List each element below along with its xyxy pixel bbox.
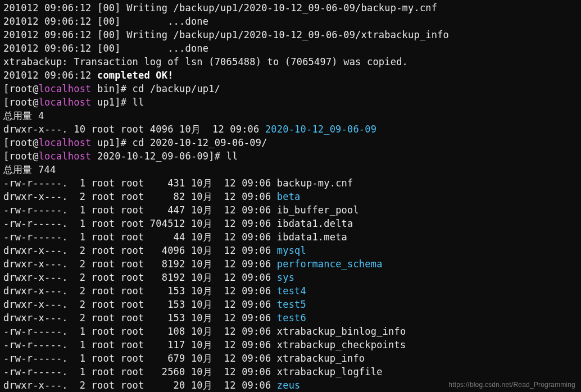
prompt-host: localhost (39, 137, 92, 148)
ls-dir-name: mysql (277, 245, 306, 256)
ls-row-meta: -rw-r-----. 1 root root 44 10月 12 09:06 (3, 231, 277, 243)
prompt-hash: ]# (208, 151, 226, 162)
prompt-at: @ (33, 97, 38, 108)
prompt-cwd: 2020-10-12_09-06-09 (97, 151, 208, 162)
ls-total: 总用量 744 (3, 164, 56, 175)
ls-row-meta: drwxr-x---. 2 root root 20 10月 12 09:06 (3, 380, 277, 391)
prompt-cwd: up1 (97, 97, 115, 108)
ls-file-name: xtrabackup_binlog_info (277, 326, 406, 337)
prompt-open: [ (3, 151, 9, 162)
ls-dir-name: test5 (277, 299, 306, 310)
ls-dir-name: performance_schema (277, 258, 383, 270)
ls-row-meta: drwxr-x---. 2 root root 4096 10月 12 09:0… (3, 245, 277, 256)
log-completed: completed OK! (97, 70, 174, 81)
log-line: 201012 09:06:12 [00] ...done (3, 43, 208, 54)
ls-row-meta: -rw-r-----. 1 root root 108 10月 12 09:06 (3, 326, 277, 337)
ls-dir-name: test6 (277, 312, 306, 323)
ls-dir-name: beta (277, 191, 301, 202)
terminal-output[interactable]: 201012 09:06:12 [00] Writing /backup/up1… (0, 0, 581, 392)
ls-row-meta: drwxr-x---. 2 root root 153 10月 12 09:06 (3, 299, 277, 310)
ls-row-meta: -rw-r-----. 1 root root 447 10月 12 09:06 (3, 204, 277, 216)
prompt-user: root (9, 83, 33, 94)
ls-file-name: ibdata1.meta (277, 231, 347, 243)
prompt-host: localhost (39, 83, 92, 94)
ls-file-name: backup-my.cnf (277, 177, 353, 189)
log-line: 201012 09:06:12 [00] ...done (3, 16, 208, 27)
prompt-hash: ]# (115, 97, 132, 108)
prompt-hash: ]# (115, 137, 132, 148)
prompt-user: root (9, 97, 33, 108)
prompt-cwd: up1 (97, 137, 115, 148)
cmd-cd[interactable]: cd 2020-10-12_09-06-09/ (133, 137, 267, 148)
prompt-host: localhost (39, 97, 92, 108)
prompt-cwd: bin (97, 83, 115, 94)
ls-file-name: ibdata1.delta (277, 218, 353, 229)
prompt-user: root (9, 151, 33, 162)
ls-total: 总用量 4 (3, 110, 44, 121)
cmd-cd[interactable]: cd /backup/up1/ (133, 83, 221, 94)
ls-row-meta: -rw-r-----. 1 root root 704512 10月 12 09… (3, 218, 277, 229)
ls-file-name: ib_buffer_pool (277, 204, 359, 216)
ls-row-meta: -rw-r-----. 1 root root 117 10月 12 09:06 (3, 339, 277, 350)
ls-row-meta: drwxr-x---. 2 root root 82 10月 12 09:06 (3, 191, 277, 202)
prompt-user: root (9, 137, 33, 148)
prompt-host: localhost (39, 151, 92, 162)
log-line: xtrabackup: Transaction log of lsn (7065… (3, 56, 408, 67)
cmd-ll[interactable]: ll (133, 97, 144, 108)
ls-file-name: xtrabackup_checkpoints (277, 339, 406, 350)
prompt-at: @ (33, 137, 38, 148)
prompt-space (92, 97, 97, 108)
ls-file-name: xtrabackup_info (277, 353, 365, 364)
ls-row-meta: -rw-r-----. 1 root root 2560 10月 12 09:0… (3, 366, 277, 377)
ls-dir-name: 2020-10-12_09-06-09 (265, 124, 376, 135)
prompt-at: @ (33, 151, 38, 162)
ls-row-meta: drwxr-x---. 2 root root 8192 10月 12 09:0… (3, 258, 277, 270)
log-line: 201012 09:06:12 (3, 70, 97, 81)
ls-row-meta: drwxr-x---. 2 root root 153 10月 12 09:06 (3, 285, 277, 297)
ls-row-meta: drwxr-x---. 10 root root 4096 10月 12 09:… (3, 124, 265, 135)
ls-row-meta: -rw-r-----. 1 root root 431 10月 12 09:06 (3, 177, 277, 189)
prompt-space (92, 151, 97, 162)
ls-dir-name: sys (277, 272, 294, 283)
cmd-ll[interactable]: ll (226, 151, 238, 162)
ls-row-meta: -rw-r-----. 1 root root 679 10月 12 09:06 (3, 353, 277, 364)
watermark-text: https://blog.csdn.net/Read_Programming (448, 381, 575, 389)
prompt-space (92, 83, 97, 94)
prompt-space (92, 137, 97, 148)
log-line: 201012 09:06:12 [00] Writing /backup/up1… (3, 2, 437, 13)
ls-row-meta: drwxr-x---. 2 root root 153 10月 12 09:06 (3, 312, 277, 323)
ls-dir-name: zeus (277, 380, 301, 391)
ls-file-name: xtrabackup_logfile (277, 366, 383, 377)
prompt-open: [ (3, 83, 9, 94)
log-line: 201012 09:06:12 [00] Writing /backup/up1… (3, 29, 449, 40)
ls-row-meta: drwxr-x---. 2 root root 8192 10月 12 09:0… (3, 272, 277, 283)
prompt-at: @ (33, 83, 38, 94)
prompt-open: [ (3, 97, 9, 108)
prompt-open: [ (3, 137, 9, 148)
ls-dir-name: test4 (277, 285, 306, 297)
prompt-hash: ]# (115, 83, 132, 94)
